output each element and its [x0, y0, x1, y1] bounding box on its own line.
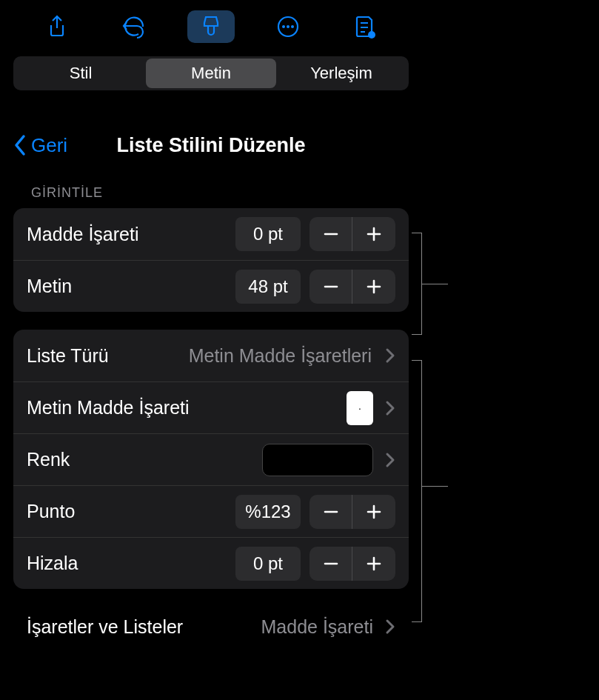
align-row: Hizala 0 pt	[13, 537, 409, 589]
nav-header: Geri Liste Stilini Düzenle	[13, 127, 409, 163]
toolbar	[0, 0, 422, 56]
indent-text-value[interactable]: 48 pt	[235, 270, 301, 304]
indent-bullet-stepper	[309, 217, 395, 251]
indent-text-stepper	[309, 270, 395, 304]
list-type-row[interactable]: Liste Türü Metin Madde İşaretleri	[13, 330, 409, 381]
indent-bullet-row: Madde İşareti 0 pt	[13, 208, 409, 260]
list-style-group: Liste Türü Metin Madde İşaretleri Metin …	[13, 330, 409, 589]
more-icon[interactable]	[264, 10, 312, 43]
indent-group: Madde İşareti 0 pt Metin 48 pt	[13, 208, 409, 312]
list-type-value: Metin Madde İşaretleri	[189, 345, 372, 367]
chevron-right-icon	[385, 619, 395, 635]
size-value[interactable]: %123	[235, 495, 301, 529]
tab-style[interactable]: Stil	[16, 59, 146, 88]
align-stepper	[309, 547, 395, 581]
callout-bracket	[412, 360, 422, 622]
share-icon[interactable]	[33, 10, 81, 43]
indent-text-increment[interactable]	[352, 270, 395, 304]
format-tabs: Stil Metin Yerleşim	[13, 56, 409, 90]
back-label: Geri	[31, 134, 67, 157]
text-bullet-label: Metin Madde İşareti	[27, 397, 347, 419]
back-button[interactable]: Geri	[13, 134, 67, 157]
size-label: Punto	[27, 501, 235, 522]
size-decrement[interactable]	[309, 495, 352, 529]
size-row: Punto %123	[13, 485, 409, 537]
size-increment[interactable]	[352, 495, 395, 529]
indent-text-decrement[interactable]	[309, 270, 352, 304]
indent-header: GİRİNTİLE	[31, 185, 409, 201]
svg-point-3	[291, 25, 294, 28]
callout-bracket	[412, 233, 422, 335]
tab-layout[interactable]: Yerleşim	[276, 59, 406, 88]
indent-bullet-label: Madde İşareti	[27, 224, 235, 245]
document-icon[interactable]	[341, 10, 389, 43]
undo-icon[interactable]	[110, 10, 158, 43]
bullets-lists-label: İşaretler ve Listeler	[27, 616, 261, 638]
tab-text[interactable]: Metin	[146, 59, 276, 88]
align-decrement[interactable]	[309, 547, 352, 581]
brush-icon[interactable]	[187, 10, 235, 43]
svg-point-2	[287, 25, 290, 28]
align-label: Hizala	[27, 553, 235, 574]
align-value[interactable]: 0 pt	[235, 547, 301, 581]
chevron-right-icon	[385, 400, 395, 416]
bullets-lists-value: Madde İşareti	[261, 616, 373, 638]
indent-bullet-value[interactable]: 0 pt	[235, 217, 301, 251]
page-title: Liste Stilini Düzenle	[13, 134, 409, 157]
indent-bullet-increment[interactable]	[352, 217, 395, 251]
indent-text-row: Metin 48 pt	[13, 260, 409, 312]
bullet-preview: ·	[347, 391, 373, 425]
text-bullet-row[interactable]: Metin Madde İşareti ·	[13, 381, 409, 433]
chevron-right-icon	[385, 452, 395, 468]
align-increment[interactable]	[352, 547, 395, 581]
color-label: Renk	[27, 449, 262, 470]
color-swatch	[262, 444, 373, 476]
svg-point-4	[368, 31, 375, 39]
svg-point-1	[282, 25, 285, 28]
indent-text-label: Metin	[27, 276, 235, 297]
list-type-label: Liste Türü	[27, 345, 189, 367]
size-stepper	[309, 495, 395, 529]
indent-bullet-decrement[interactable]	[309, 217, 352, 251]
color-row[interactable]: Renk	[13, 433, 409, 485]
chevron-right-icon	[385, 347, 395, 364]
bullets-lists-row[interactable]: İşaretler ve Listeler Madde İşareti	[13, 607, 409, 647]
